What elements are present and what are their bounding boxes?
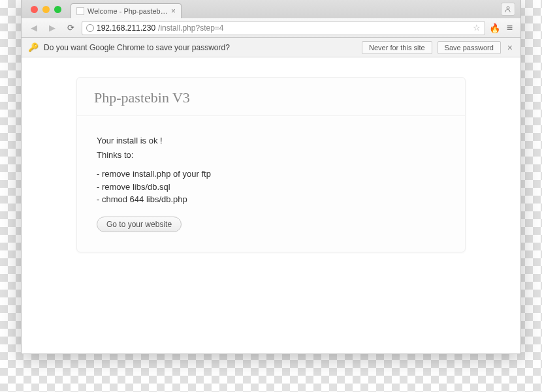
close-tab-icon[interactable]: × xyxy=(171,7,176,16)
zoom-window-icon[interactable] xyxy=(54,6,61,13)
url-host: 192.168.211.230 xyxy=(97,23,155,33)
address-bar[interactable]: 192.168.211.230/install.php?step=4 ☆ xyxy=(82,21,485,35)
panel-body: Your install is ok ! Thinks to: remove i… xyxy=(77,116,465,252)
browser-window: Welcome - Php-pastebin V × ◀ ▶ ⟳ 192.168… xyxy=(21,0,521,354)
panel-header: Php-pastebin V3 xyxy=(77,78,465,116)
go-to-website-button[interactable]: Go to your website xyxy=(97,217,182,232)
browser-tab[interactable]: Welcome - Php-pastebin V × xyxy=(71,3,182,18)
install-ok-text: Your install is ok ! xyxy=(97,134,445,147)
minimize-window-icon[interactable] xyxy=(42,6,50,13)
svg-point-0 xyxy=(507,7,509,9)
list-item: remove libs/db.sql xyxy=(97,181,445,194)
key-icon: 🔑 xyxy=(28,42,39,52)
profile-button[interactable] xyxy=(501,3,515,16)
list-item: remove install.php of your ftp xyxy=(97,168,445,181)
thinks-to-text: Thinks to: xyxy=(97,149,445,162)
reload-button[interactable]: ⟳ xyxy=(63,22,78,35)
traffic-lights xyxy=(25,0,67,18)
page-title: Php-pastebin V3 xyxy=(94,89,448,106)
save-password-button[interactable]: Save password xyxy=(438,41,501,54)
close-window-icon[interactable] xyxy=(31,6,38,13)
page-content: Php-pastebin V3 Your install is ok ! Thi… xyxy=(22,57,520,354)
forward-button[interactable]: ▶ xyxy=(45,22,59,35)
extension-icon[interactable]: 🔥 xyxy=(489,23,500,33)
toolbar: ◀ ▶ ⟳ 192.168.211.230/install.php?step=4… xyxy=(22,18,520,38)
close-infobar-icon[interactable]: × xyxy=(506,42,514,53)
infobar-message: Do you want Google Chrome to save your p… xyxy=(44,43,357,52)
list-item: chmod 644 libs/db.php xyxy=(97,193,445,206)
never-for-site-button[interactable]: Never for this site xyxy=(362,41,432,54)
bookmark-star-icon[interactable]: ☆ xyxy=(473,23,481,33)
globe-icon xyxy=(86,24,94,32)
menu-button[interactable]: ≡ xyxy=(504,22,515,34)
todo-list: remove install.php of your ftp remove li… xyxy=(97,168,445,206)
tab-strip: Welcome - Php-pastebin V × xyxy=(22,0,520,18)
install-panel: Php-pastebin V3 Your install is ok ! Thi… xyxy=(76,77,466,252)
favicon-icon xyxy=(76,7,84,15)
tab-title: Welcome - Php-pastebin V xyxy=(88,7,168,15)
back-button[interactable]: ◀ xyxy=(27,22,41,35)
url-path: /install.php?step=4 xyxy=(158,23,223,33)
save-password-infobar: 🔑 Do you want Google Chrome to save your… xyxy=(22,38,520,57)
